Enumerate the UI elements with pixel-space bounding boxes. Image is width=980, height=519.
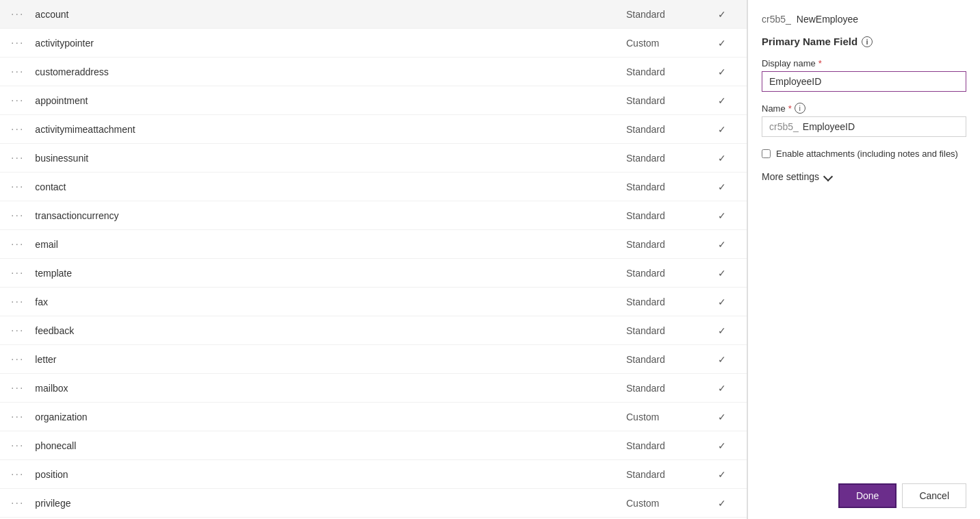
name-input[interactable] <box>803 121 959 132</box>
entity-name: appointment <box>35 95 626 106</box>
name-input-wrapper: cr5b5_ <box>762 116 966 137</box>
attachments-label[interactable]: Enable attachments (including notes and … <box>776 148 958 160</box>
entity-type: Standard <box>626 181 708 192</box>
entity-check: ✓ <box>708 66 736 77</box>
entity-check: ✓ <box>708 9 736 20</box>
entity-check: ✓ <box>708 239 736 250</box>
table-row[interactable]: ···customeraddressStandard✓ <box>0 58 747 86</box>
entity-type: Standard <box>626 9 708 20</box>
entity-check: ✓ <box>708 181 736 192</box>
row-dots[interactable]: ··· <box>11 382 24 394</box>
table-row[interactable]: ···organizationCustom✓ <box>0 403 747 431</box>
row-dots[interactable]: ··· <box>11 497 24 509</box>
entity-name: organization <box>35 412 626 422</box>
entity-name: mailbox <box>35 383 626 394</box>
chevron-down-icon <box>823 172 833 181</box>
table-row[interactable]: ···positionStandard✓ <box>0 460 747 489</box>
row-dots[interactable]: ··· <box>11 123 24 136</box>
table-row[interactable]: ···transactioncurrencyStandard✓ <box>0 201 747 230</box>
entity-type: Standard <box>626 296 708 307</box>
entity-check: ✓ <box>708 95 736 106</box>
table-row[interactable]: ···faxStandard✓ <box>0 288 747 316</box>
table-row[interactable]: ···letterStandard✓ <box>0 345 747 374</box>
entity-type: Standard <box>626 268 708 279</box>
row-dots[interactable]: ··· <box>11 94 24 107</box>
settings-panel: cr5b5_ NewEmployee Primary Name Field i … <box>747 0 980 519</box>
entity-check: ✓ <box>708 354 736 365</box>
table-name-row: cr5b5_ NewEmployee <box>762 14 966 25</box>
table-row[interactable]: ···activitypointerCustom✓ <box>0 29 747 58</box>
entity-check: ✓ <box>708 469 736 480</box>
table-value: NewEmployee <box>797 14 858 25</box>
entity-name: transactioncurrency <box>35 210 626 221</box>
row-dots[interactable]: ··· <box>11 37 24 49</box>
entity-type: Standard <box>626 354 708 365</box>
more-settings-toggle[interactable]: More settings <box>762 171 966 182</box>
row-dots[interactable]: ··· <box>11 267 24 279</box>
entity-name: fax <box>35 296 626 307</box>
entity-name: template <box>35 268 626 279</box>
done-button[interactable]: Done <box>838 483 897 508</box>
entity-type: Custom <box>626 38 708 49</box>
name-label: Name * i <box>762 103 966 114</box>
table-row[interactable]: ···privilegeCustom✓ <box>0 489 747 518</box>
entity-name: phonecall <box>35 440 626 451</box>
name-info-icon[interactable]: i <box>795 103 805 114</box>
table-row[interactable]: ···phonecallStandard✓ <box>0 431 747 460</box>
table-row[interactable]: ···activitymimeattachmentStandard✓ <box>0 115 747 144</box>
row-dots[interactable]: ··· <box>11 238 24 251</box>
row-dots[interactable]: ··· <box>11 210 24 222</box>
row-dots[interactable]: ··· <box>11 181 24 193</box>
entity-type: Standard <box>626 210 708 221</box>
entity-name: privilege <box>35 498 626 509</box>
entity-type: Standard <box>626 124 708 135</box>
row-dots[interactable]: ··· <box>11 411 24 423</box>
entity-check: ✓ <box>708 440 736 451</box>
entity-name: contact <box>35 181 626 192</box>
row-dots[interactable]: ··· <box>11 8 24 21</box>
display-name-required: * <box>818 58 822 68</box>
entity-list: ···accountStandard✓···activitypointerCus… <box>0 0 747 519</box>
primary-name-field-title: Primary Name Field i <box>762 36 966 47</box>
row-dots[interactable]: ··· <box>11 325 24 337</box>
table-row[interactable]: ···feedbackStandard✓ <box>0 316 747 345</box>
table-row[interactable]: ···emailStandard✓ <box>0 230 747 259</box>
display-name-group: Display name * <box>762 58 966 92</box>
entity-check: ✓ <box>708 124 736 135</box>
row-dots[interactable]: ··· <box>11 468 24 481</box>
row-dots[interactable]: ··· <box>11 296 24 308</box>
entity-name: position <box>35 469 626 480</box>
table-row[interactable]: ···mailboxStandard✓ <box>0 374 747 403</box>
table-row[interactable]: ···businessunitStandard✓ <box>0 144 747 173</box>
primary-name-info-icon[interactable]: i <box>862 36 873 47</box>
name-required: * <box>788 103 792 114</box>
entity-check: ✓ <box>708 153 736 164</box>
table-row[interactable]: ···templateStandard✓ <box>0 259 747 288</box>
entity-name: customeraddress <box>35 66 626 77</box>
table-row[interactable]: ···accountStandard✓ <box>0 0 747 29</box>
cancel-button[interactable]: Cancel <box>902 483 966 508</box>
entity-name: businessunit <box>35 153 626 164</box>
entity-type: Standard <box>626 95 708 106</box>
entity-name: letter <box>35 354 626 365</box>
row-dots[interactable]: ··· <box>11 152 24 164</box>
entity-check: ✓ <box>708 498 736 509</box>
name-prefix: cr5b5_ <box>769 121 799 132</box>
row-dots[interactable]: ··· <box>11 353 24 366</box>
row-dots[interactable]: ··· <box>11 440 24 452</box>
entity-check: ✓ <box>708 210 736 221</box>
name-group: Name * i cr5b5_ <box>762 103 966 137</box>
entity-type: Standard <box>626 469 708 480</box>
table-prefix: cr5b5_ <box>762 14 791 25</box>
entity-name: account <box>35 9 626 20</box>
entity-type: Standard <box>626 66 708 77</box>
entity-type: Standard <box>626 383 708 394</box>
entity-type: Custom <box>626 498 708 509</box>
row-dots[interactable]: ··· <box>11 66 24 78</box>
table-row[interactable]: ···appointmentStandard✓ <box>0 86 747 115</box>
entity-type: Standard <box>626 440 708 451</box>
table-row[interactable]: ···contactStandard✓ <box>0 173 747 201</box>
attachments-checkbox[interactable] <box>762 149 771 158</box>
entity-name: activitypointer <box>35 38 626 49</box>
display-name-input[interactable] <box>762 71 966 92</box>
